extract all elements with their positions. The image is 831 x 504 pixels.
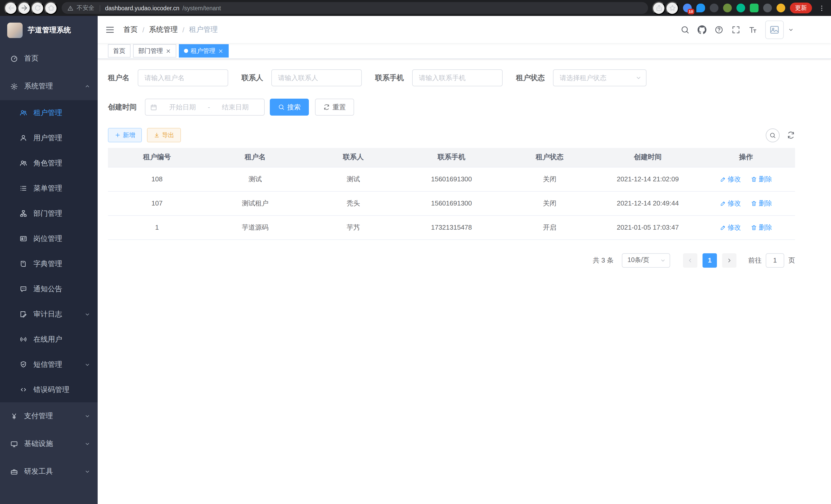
cell-tenant-name: 测试租户 [206,191,304,215]
github-icon[interactable] [697,25,707,34]
app-logo[interactable]: 芋道管理系统 [0,16,98,45]
breadcrumb: 首页 / 系统管理 / 租户管理 [123,25,218,34]
browser-home-button[interactable] [44,1,58,14]
chevron-down-icon [84,469,90,475]
sidebar-item-dept[interactable]: 部门管理 [0,201,98,226]
reset-button[interactable]: 重置 [315,99,354,116]
status-select[interactable] [553,69,647,86]
cell-tenant-name: 芋道源码 [206,215,304,239]
sidebar-item-label: 部门管理 [33,209,62,218]
add-button[interactable]: 新增 [108,128,142,142]
edit-link[interactable]: 修改 [720,199,741,208]
cell-tenant-id: 1 [108,215,206,239]
show-search-toggle-button[interactable] [766,128,780,142]
sidebar-item-menu[interactable]: 菜单管理 [0,176,98,201]
sidebar-item-system[interactable]: 系统管理 [0,72,98,100]
goto-page: 前往 页 [748,253,795,267]
cell-status: 开启 [500,215,599,239]
sidebar: 芋道管理系统 首页 系统管理 租户管理 [0,16,98,504]
column-header-contact: 联系人 [304,148,402,167]
close-icon[interactable] [166,48,171,54]
tab-label: 部门管理 [138,47,163,55]
prev-page-button[interactable] [683,253,697,267]
hamburger-icon[interactable] [105,24,115,35]
status-select-input[interactable] [553,69,647,86]
edit-link[interactable]: 修改 [720,223,741,232]
chrome-update-button[interactable]: 更新 [790,3,812,13]
create-time-range-picker[interactable]: 开始日期 - 结束日期 [145,99,265,116]
download-icon [154,132,160,138]
breadcrumb-separator: / [142,25,144,34]
edit-link[interactable]: 修改 [720,174,741,184]
extension-icon-6[interactable] [750,4,758,12]
browser-menu-button[interactable] [816,3,827,13]
sidebar-item-post[interactable]: 岗位管理 [0,226,98,251]
phone-input[interactable] [412,69,503,86]
refresh-table-button[interactable] [787,131,795,139]
sidebar-item-infra[interactable]: 基础设施 [0,430,98,458]
page-size-select[interactable]: 10条/页 [622,253,670,267]
breadcrumb-item-system[interactable]: 系统管理 [149,25,178,34]
browser-back-button[interactable] [4,1,18,14]
search-button[interactable]: 搜索 [270,99,309,116]
extension-icon-2[interactable] [696,4,705,12]
browser-reload-button[interactable] [31,1,44,14]
sidebar-item-online-user[interactable]: 在线用户 [0,327,98,352]
sidebar-item-tenant[interactable]: 租户管理 [0,100,98,125]
sidebar-item-label: 租户管理 [33,108,62,117]
sidebar-item-label: 岗位管理 [33,234,62,243]
sidebar-item-home[interactable]: 首页 [0,45,98,72]
sidebar-item-pay[interactable]: 支付管理 [0,402,98,430]
logo-image [7,23,23,38]
sidebar-item-devtools[interactable]: 研发工具 [0,458,98,485]
sidebar-item-sms[interactable]: 短信管理 [0,352,98,377]
breadcrumb-item-home[interactable]: 首页 [123,25,138,34]
delete-link[interactable]: 删除 [751,174,772,184]
extension-icon-7[interactable] [763,4,772,12]
cell-contact: 秃头 [304,191,402,215]
tenant-name-input[interactable] [138,69,228,86]
tab-home[interactable]: 首页 [108,44,131,58]
close-icon[interactable] [218,48,224,54]
help-icon[interactable] [714,25,724,34]
page-number-button[interactable]: 1 [703,253,717,267]
extension-icon-8[interactable] [776,4,785,12]
extension-icon-5[interactable] [737,4,745,12]
browser-forward-button[interactable] [18,1,31,14]
sidebar-item-user[interactable]: 用户管理 [0,125,98,151]
sidebar-item-label: 在线用户 [33,335,62,344]
contact-input[interactable] [271,69,362,86]
user-avatar[interactable] [765,20,784,39]
extension-icon-3[interactable] [710,4,718,12]
home-icon [47,4,55,12]
extension-badge: 10 [687,8,694,14]
start-date-placeholder: 开始日期 [158,102,207,112]
book-icon [20,260,27,268]
avatar-caret-down-icon[interactable] [788,26,794,33]
extension-icon-1[interactable]: 10 [683,4,692,12]
search-icon[interactable] [681,25,690,34]
tenant-table: 租户编号 租户名 联系人 联系手机 租户状态 创建时间 操作 108 测试 [108,148,795,240]
delete-link[interactable]: 删除 [751,199,772,208]
tab-tenant[interactable]: 租户管理 [179,44,229,58]
address-bar[interactable]: 不安全 dashboard.yudao.iocoder.cn/system/te… [62,2,648,14]
tab-dept[interactable]: 部门管理 [133,44,176,58]
extension-icon-4[interactable] [723,4,732,12]
next-page-button[interactable] [722,253,737,267]
export-button[interactable]: 导出 [147,128,181,142]
goto-page-input[interactable] [766,253,784,267]
sidebar-item-error-code[interactable]: 错误码管理 [0,377,98,402]
sidebar-item-label: 字典管理 [33,259,62,268]
sidebar-item-dict[interactable]: 字典管理 [0,251,98,276]
fullscreen-icon[interactable] [731,25,741,34]
sidebar-item-role[interactable]: 角色管理 [0,151,98,176]
delete-link[interactable]: 删除 [751,223,772,232]
bookmark-button[interactable] [665,1,679,14]
tags-view-bar: 首页 部门管理 租户管理 [98,43,831,59]
cell-phone: 17321315478 [402,215,500,239]
font-size-icon[interactable] [748,25,757,34]
update-label: 更新 [795,4,807,12]
sidebar-item-notice[interactable]: 通知公告 [0,276,98,302]
sidebar-item-audit-log[interactable]: 审计日志 [0,302,98,327]
share-button[interactable] [652,1,665,14]
